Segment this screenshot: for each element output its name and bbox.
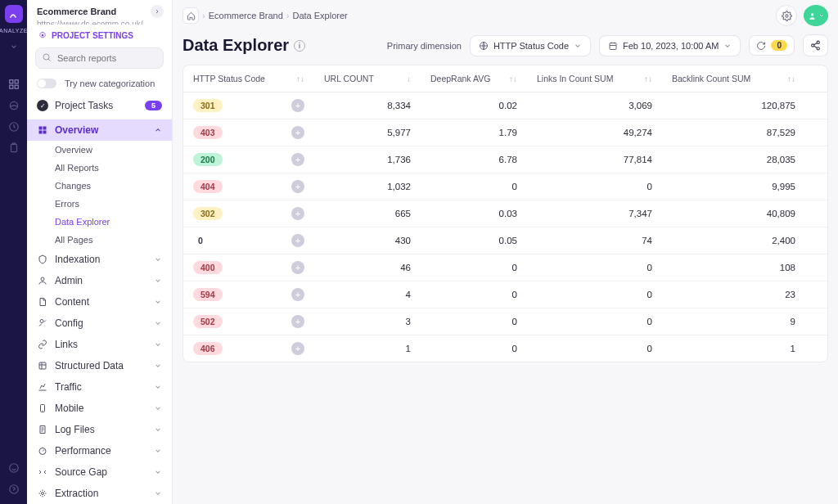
svg-rect-3 [15, 85, 18, 88]
svg-point-25 [812, 44, 814, 47]
breadcrumb-sep-icon: › [286, 11, 290, 20]
chevron-down-icon [723, 42, 732, 50]
section-icon [37, 466, 48, 478]
sidebar-section-performance[interactable]: Performance [27, 440, 172, 461]
cell-url-count: 1 [314, 337, 421, 360]
project-settings-link[interactable]: PROJECT SETTINGS [27, 25, 172, 47]
settings-button[interactable] [776, 5, 797, 26]
sort-icon[interactable]: ↑↓ [644, 74, 652, 83]
share-button[interactable] [803, 34, 828, 56]
cell-deeprank: 0 [421, 310, 527, 333]
date-select[interactable]: Feb 10, 2023, 10:00 AM [599, 35, 741, 56]
expand-row-button[interactable]: + [291, 342, 304, 355]
column-header[interactable]: Links In Count SUM↑↓ [527, 65, 662, 92]
primary-dimension-select[interactable]: HTTP Status Code [470, 35, 591, 56]
sort-icon[interactable]: ↑↓ [296, 74, 304, 83]
sidebar-overview[interactable]: Overview [27, 119, 172, 141]
info-icon[interactable]: i [294, 40, 305, 52]
chevron-down-icon [154, 298, 162, 306]
svg-point-24 [817, 41, 819, 43]
breadcrumb-item[interactable]: Ecommerce Brand [209, 11, 283, 20]
breadcrumb-item[interactable]: Data Explorer [292, 11, 347, 20]
primary-dimension-label: Primary dimension [387, 41, 462, 51]
sidebar-sub-item[interactable]: Changes [27, 177, 172, 195]
sidebar-section-config[interactable]: Config [27, 313, 172, 334]
svg-rect-2 [9, 85, 12, 88]
column-header[interactable]: Backlink Count SUM↑↓ [662, 65, 805, 92]
expand-row-button[interactable]: + [291, 180, 304, 193]
expand-row-button[interactable]: + [291, 261, 304, 274]
status-pill: 0 [193, 234, 208, 247]
rail-dashboard-icon[interactable] [6, 76, 22, 92]
svg-point-15 [41, 277, 44, 281]
chevron-down-icon [154, 489, 162, 497]
expand-row-button[interactable]: + [291, 153, 304, 166]
expand-row-button[interactable]: + [291, 126, 304, 139]
categorization-toggle[interactable] [37, 79, 56, 88]
expand-row-button[interactable]: + [291, 234, 304, 247]
search-input[interactable] [35, 47, 164, 69]
sidebar-section-admin[interactable]: Admin [27, 270, 172, 291]
table-row[interactable]: 502+3009 [183, 308, 827, 335]
project-tasks-item[interactable]: ✓ Project Tasks 5 [27, 95, 172, 116]
sidebar-section-log-files[interactable]: Log Files [27, 419, 172, 440]
sidebar-section-links[interactable]: Links [27, 334, 172, 355]
expand-row-button[interactable]: + [291, 207, 304, 220]
sort-icon[interactable]: ↓ [407, 74, 411, 83]
sort-icon[interactable]: ↑↓ [787, 74, 795, 83]
cell-backlink: 9,995 [662, 175, 805, 198]
sidebar-section-structured-data[interactable]: Structured Data [27, 355, 172, 376]
rail-smile-icon[interactable] [6, 460, 22, 476]
cell-links-in: 0 [527, 337, 662, 360]
sidebar-section-mobile[interactable]: Mobile [27, 398, 172, 419]
sidebar-sub-item[interactable]: Errors [27, 195, 172, 213]
rail-help-icon[interactable] [6, 481, 22, 497]
cell-url-count: 1,032 [314, 175, 421, 198]
chevron-down-icon [154, 319, 162, 327]
cell-links-in: 0 [527, 310, 662, 333]
column-header[interactable]: HTTP Status Code↑↓ [183, 65, 314, 92]
status-pill: 502 [193, 315, 223, 328]
table-row[interactable]: 403+5,9771.7949,27487,529 [183, 119, 827, 146]
expand-row-button[interactable]: + [291, 315, 304, 328]
issues-count-badge: 0 [771, 40, 787, 51]
svg-rect-16 [39, 362, 46, 369]
table-row[interactable]: 404+1,032009,995 [183, 173, 827, 200]
svg-point-19 [42, 493, 44, 495]
breadcrumb-home[interactable] [182, 7, 199, 24]
user-avatar-button[interactable] [804, 5, 828, 26]
rail-chevron-down-icon[interactable] [6, 38, 22, 55]
rail-clipboard-icon[interactable] [6, 140, 22, 156]
section-icon [37, 360, 48, 371]
column-header[interactable]: URL COUNT↓ [314, 65, 421, 92]
sidebar-sub-item[interactable]: Data Explorer [27, 213, 172, 231]
cell-backlink: 40,809 [662, 202, 805, 225]
table-row[interactable]: 594+40023 [183, 281, 827, 308]
sort-icon[interactable]: ↑↓ [509, 74, 517, 83]
table-row[interactable]: 406+1001 [183, 335, 827, 362]
table-row[interactable]: 302+6650.037,34740,809 [183, 200, 827, 227]
chevron-down-icon [574, 42, 582, 50]
table-row[interactable]: 0+4300.05742,400 [183, 227, 827, 254]
sidebar-sub-item[interactable]: Overview [27, 141, 172, 159]
sidebar-sub-item[interactable]: All Reports [27, 159, 172, 177]
app-logo[interactable] [5, 5, 23, 23]
sidebar-section-traffic[interactable]: Traffic [27, 376, 172, 398]
rail-clock-icon[interactable] [6, 119, 22, 135]
sidebar-section-extraction[interactable]: Extraction [27, 483, 172, 504]
sidebar-section-source-gap[interactable]: Source Gap [27, 461, 172, 483]
sidebar-sub-item[interactable]: All Pages [27, 231, 172, 249]
rail-globe-icon[interactable] [6, 97, 22, 114]
expand-row-button[interactable]: + [291, 288, 304, 301]
cell-backlink: 1 [662, 337, 805, 360]
sidebar-section-content[interactable]: Content [27, 291, 172, 313]
expand-row-button[interactable]: + [291, 99, 304, 112]
sidebar-section-indexation[interactable]: Indexation [27, 249, 172, 270]
table-row[interactable]: 301+8,3340.023,069120,875 [183, 92, 827, 119]
project-switch-button[interactable] [151, 5, 164, 18]
table-row[interactable]: 400+4600108 [183, 254, 827, 281]
column-header[interactable]: DeepRank AVG↑↓ [421, 65, 527, 92]
issues-button[interactable]: 0 [749, 35, 795, 56]
table-row[interactable]: 200+1,7366.7877,81428,035 [183, 146, 827, 173]
svg-point-21 [811, 13, 813, 16]
